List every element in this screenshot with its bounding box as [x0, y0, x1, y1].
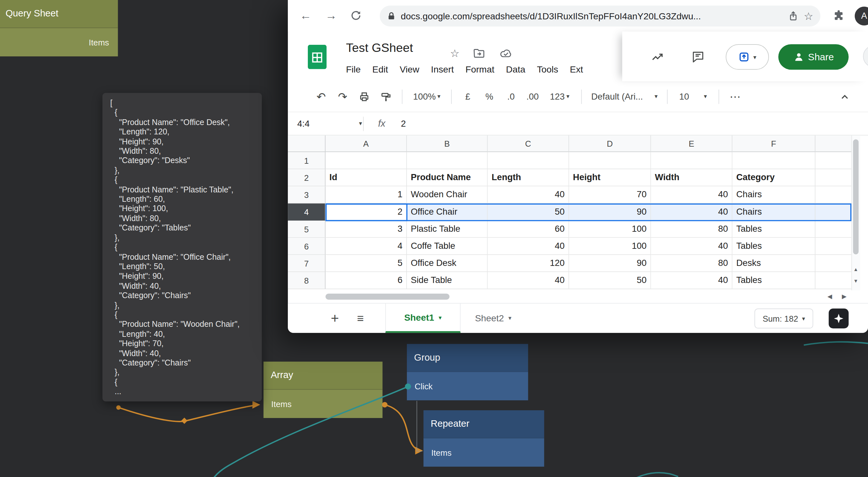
- font-size-select[interactable]: 10 ▾: [675, 87, 711, 106]
- wire-query-to-array[interactable]: [118, 405, 258, 421]
- forward-button[interactable]: →: [323, 7, 339, 24]
- cell-C7[interactable]: 120: [488, 255, 569, 272]
- node-repeater[interactable]: Repeater Items: [423, 410, 544, 467]
- column-header-g[interactable]: [815, 135, 851, 152]
- horizontal-scrollbar-thumb[interactable]: [326, 294, 450, 300]
- select-all-corner[interactable]: [288, 135, 326, 152]
- cell-B2[interactable]: Product Name: [407, 169, 488, 186]
- menu-view[interactable]: View: [400, 64, 420, 75]
- increase-decimal-button[interactable]: .00: [524, 87, 541, 106]
- tab-sheet2[interactable]: Sheet2 ▾: [475, 313, 512, 323]
- cell-E6[interactable]: 40: [651, 238, 732, 255]
- node-query-sheet-title[interactable]: Query Sheet: [0, 0, 118, 28]
- cell-G6[interactable]: [815, 238, 851, 255]
- cell-F1[interactable]: [733, 152, 815, 169]
- cell-F2[interactable]: Category: [733, 169, 815, 186]
- cell-B7[interactable]: Office Desk: [407, 255, 488, 272]
- menu-tools[interactable]: Tools: [537, 64, 558, 75]
- node-repeater-port-items[interactable]: Items: [423, 438, 544, 467]
- comments-button[interactable]: [691, 49, 705, 63]
- cell-E2[interactable]: Width: [651, 169, 732, 186]
- add-sheet-button[interactable]: +: [326, 310, 344, 326]
- cell-B4[interactable]: Office Chair: [407, 203, 488, 220]
- cell-F8[interactable]: Tables: [733, 272, 815, 289]
- reload-button[interactable]: [347, 7, 364, 24]
- print-button[interactable]: [355, 87, 373, 106]
- cell-F5[interactable]: Tables: [733, 221, 815, 238]
- column-header-b[interactable]: B: [407, 135, 488, 152]
- cell-A8[interactable]: 6: [326, 272, 407, 289]
- cell-C4[interactable]: 50: [488, 203, 569, 220]
- zoom-select[interactable]: 100% ▾: [410, 87, 444, 106]
- collapse-toolbar-button[interactable]: [836, 87, 854, 106]
- cell-E7[interactable]: 80: [651, 255, 732, 272]
- paint-format-button[interactable]: [377, 87, 395, 106]
- node-group[interactable]: Group Click: [407, 344, 528, 400]
- save-status-cloud[interactable]: [498, 47, 513, 59]
- explore-button[interactable]: [829, 308, 849, 329]
- cell-D4[interactable]: 90: [569, 203, 651, 220]
- sum-status-dropdown[interactable]: Sum: 182 ▾: [754, 308, 813, 329]
- account-avatar[interactable]: [863, 45, 868, 68]
- insights-button[interactable]: [651, 50, 664, 64]
- node-group-port-click[interactable]: Click: [407, 372, 528, 400]
- node-query-sheet[interactable]: Query Sheet Items: [0, 0, 118, 57]
- row-header-3[interactable]: 3: [288, 186, 326, 203]
- node-group-title[interactable]: Group: [407, 344, 528, 372]
- cell-C3[interactable]: 40: [488, 186, 569, 203]
- cell-G5[interactable]: [815, 221, 851, 238]
- cell-A7[interactable]: 5: [326, 255, 407, 272]
- cell-E5[interactable]: 80: [651, 221, 732, 238]
- column-header-d[interactable]: D: [569, 135, 651, 152]
- row-header-2[interactable]: 2: [288, 169, 326, 186]
- tab-sheet1-active[interactable]: Sheet1 ▾: [385, 304, 461, 333]
- cell-C1[interactable]: [488, 152, 569, 169]
- cell-D6[interactable]: 100: [569, 238, 651, 255]
- format-currency-button[interactable]: £: [459, 87, 476, 106]
- cell-G7[interactable]: [815, 255, 851, 272]
- move-folder-icon[interactable]: [473, 47, 485, 59]
- more-formats-select[interactable]: 123 ▾: [545, 87, 574, 106]
- cell-F7[interactable]: Desks: [733, 255, 815, 272]
- column-header-e[interactable]: E: [651, 135, 732, 152]
- cell-C5[interactable]: 60: [488, 221, 569, 238]
- port-dot-array-out[interactable]: [382, 402, 388, 407]
- cell-D8[interactable]: 50: [569, 272, 651, 289]
- cell-F4[interactable]: Chairs: [733, 203, 815, 220]
- cell-E3[interactable]: 40: [651, 186, 732, 203]
- port-dot-query-items[interactable]: [116, 405, 121, 410]
- cell-A2[interactable]: Id: [326, 169, 407, 186]
- font-select[interactable]: Default (Ari... ▾: [589, 87, 660, 106]
- cell-G1[interactable]: [815, 152, 851, 169]
- cell-A6[interactable]: 4: [326, 238, 407, 255]
- wire-bend-handle[interactable]: [181, 418, 187, 424]
- cell-A3[interactable]: 1: [326, 186, 407, 203]
- cell-D2[interactable]: Height: [569, 169, 651, 186]
- scroll-down-button[interactable]: ▼: [851, 278, 860, 284]
- format-percent-button[interactable]: %: [480, 87, 498, 106]
- cell-F3[interactable]: Chairs: [733, 186, 815, 203]
- bookmark-star-icon[interactable]: ☆: [804, 10, 813, 22]
- cell-B8[interactable]: Side Table: [407, 272, 488, 289]
- browser-profile-avatar[interactable]: A: [855, 7, 868, 26]
- cell-A5[interactable]: 3: [326, 221, 407, 238]
- scroll-right-button[interactable]: ▶: [838, 293, 850, 300]
- more-toolbar-button[interactable]: ⋯: [726, 87, 744, 106]
- cell-E1[interactable]: [651, 152, 732, 169]
- menu-file[interactable]: File: [346, 64, 361, 75]
- cell-C6[interactable]: 40: [488, 238, 569, 255]
- node-repeater-title[interactable]: Repeater: [423, 410, 544, 438]
- name-box[interactable]: 4:4 ▾: [288, 118, 362, 129]
- wire-bottom-connection[interactable]: [634, 473, 678, 477]
- cell-G3[interactable]: [815, 186, 851, 203]
- url-text[interactable]: docs.google.com/spreadsheets/d/1D3IRuxIl…: [401, 11, 783, 21]
- favorite-star-icon[interactable]: ☆: [450, 47, 460, 60]
- cell-G4[interactable]: [815, 203, 851, 220]
- cell-E4[interactable]: 40: [651, 203, 732, 220]
- node-query-sheet-port-items[interactable]: Items: [0, 28, 118, 57]
- node-array[interactable]: Array Items: [264, 362, 383, 418]
- formula-input[interactable]: 2: [401, 118, 406, 129]
- cell-A1[interactable]: [326, 152, 407, 169]
- wire-right-connection[interactable]: [804, 342, 868, 345]
- column-header-f[interactable]: F: [733, 135, 815, 152]
